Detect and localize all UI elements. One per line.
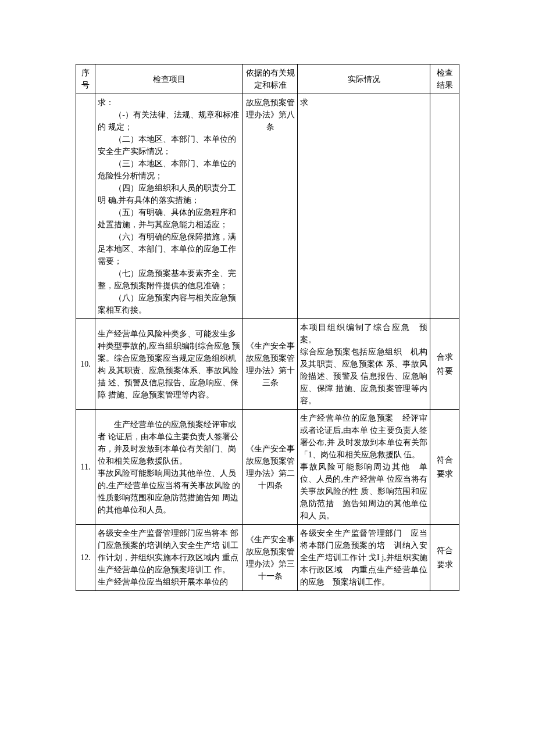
cell-situation: 各级安全生产监督管理部门 应当将本部门应急预案的培 训纳入安全生产培训工作计 戈… (297, 525, 430, 591)
cell-basis: 《生产安全事故应急预案管理办法》第三十一条 (243, 525, 297, 591)
cell-num: 12. (76, 525, 95, 591)
header-situation: 实际情况 (297, 65, 430, 94)
cell-situation: 生产经营单位的应急预案 经评审或者论证后,由本单 位主要负责人签署公布,并 及时… (297, 410, 430, 525)
inspection-table: 序号 检查项目 依据的有关规定和标准 实际情况 检查 结果 求： （-）有关法律… (76, 64, 459, 591)
header-result: 检查 结果 (430, 65, 459, 94)
cell-situation: 本项目组织编制了综合应急 预案。 综合应急预案包括应急组织 机构及其职责、应急预… (297, 319, 430, 410)
item-para: 生产经营单位的应急预案经评审或者 论证后，由本单位主要负责人签署公 布，并及时发… (98, 418, 240, 467)
cell-basis: 《生产安全事故应急预案管理办法》第二十四条 (243, 410, 297, 525)
cell-basis: 故应急预案管理办法》第八条 (243, 94, 297, 319)
cell-num: 11. (76, 410, 95, 525)
cell-situation: 求 (297, 94, 430, 319)
header-item: 检查项目 (95, 65, 243, 94)
header-basis: 依据的有关规定和标准 (243, 65, 297, 94)
item-line: （五）有明确、具体的应急程序和处置措施，并与其应急能力相适应； (98, 206, 240, 231)
header-num: 序号 (76, 65, 95, 94)
item-line: （六）有明确的应急保障措施，满足本地区、本部门、本单位的应急工作需要； (98, 231, 240, 267)
item-line: （-）有关法律、法规、规章和标准的 规定； (98, 109, 240, 133)
item-line: （三）本地区、本部门、本单位的危险性分析情况； (98, 157, 240, 182)
cell-num (76, 94, 95, 319)
cell-item: 各级安全生产监督管理部门应当将本 部门应急预案的培训纳入安全生产培 训工作计划，… (95, 525, 243, 591)
item-line: （四）应急组织和人员的职责分工明 确,并有具体的落实措施； (98, 182, 240, 206)
item-line: 求： (98, 96, 240, 109)
cell-result: 合求符要 (430, 319, 459, 410)
table-header-row: 序号 检查项目 依据的有关规定和标准 实际情况 检查 结果 (76, 65, 459, 94)
cell-result: 符合要求 (430, 410, 459, 525)
cell-result (430, 94, 459, 319)
item-para: 事故风险可能影响周边其他单位、人员 的,生产经营单位应当将有关事故风险 的性质影… (98, 467, 240, 516)
table-row: 求： （-）有关法律、法规、规章和标准的 规定； （二）本地区、本部门、本单位的… (76, 94, 459, 319)
table-row: 12. 各级安全生产监督管理部门应当将本 部门应急预案的培训纳入安全生产培 训工… (76, 525, 459, 591)
item-line: （二）本地区、本部门、本单位的安全生产实际情况； (98, 133, 240, 157)
cell-basis: 《生产安全事故应急预案管理办法》第十三条 (243, 319, 297, 410)
cell-result: 符合 要求 (430, 525, 459, 591)
table-row: 10. 生产经营单位风险种类多、可能发生多 种类型事故的,应当组织编制综合应急 … (76, 319, 459, 410)
cell-num: 10. (76, 319, 95, 410)
cell-item: 生产经营单位风险种类多、可能发生多 种类型事故的,应当组织编制综合应急 预案。综… (95, 319, 243, 410)
item-line: （七）应急预案基本要素齐全、完整，应急预案附件提供的信息准确； (98, 267, 240, 292)
page-container: 序号 检查项目 依据的有关规定和标准 实际情况 检查 结果 求： （-）有关法律… (0, 0, 535, 649)
cell-item: 生产经营单位的应急预案经评审或者 论证后，由本单位主要负责人签署公 布，并及时发… (95, 410, 243, 525)
table-row: 11. 生产经营单位的应急预案经评审或者 论证后，由本单位主要负责人签署公 布，… (76, 410, 459, 525)
cell-item: 求： （-）有关法律、法规、规章和标准的 规定； （二）本地区、本部门、本单位的… (95, 94, 243, 319)
item-line: （八）应急预案内容与相关应急预案相互衔接。 (98, 292, 240, 316)
